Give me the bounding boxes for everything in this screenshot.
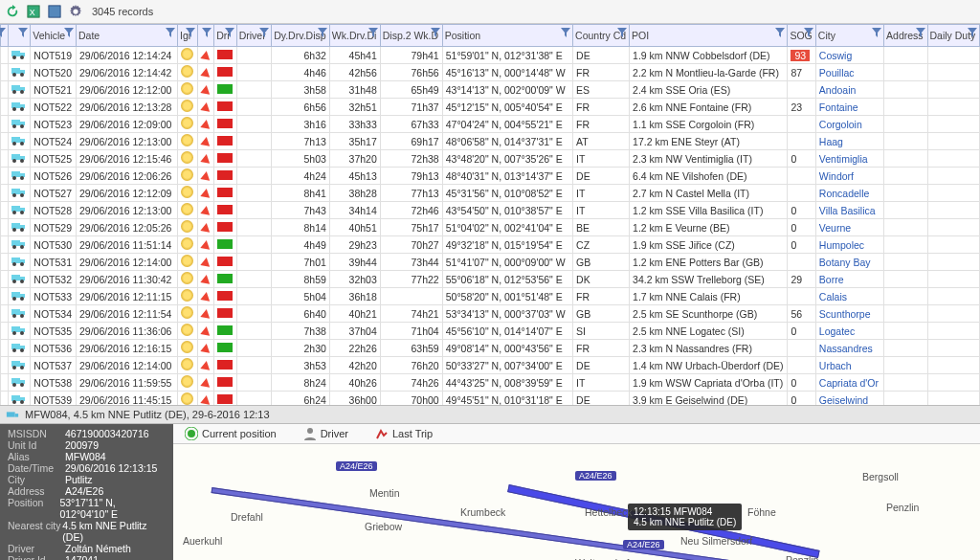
vehicle-id: NOT537 <box>31 357 77 374</box>
ignition <box>177 288 197 305</box>
filter-icon[interactable] <box>0 28 6 39</box>
ignition <box>177 219 197 236</box>
svg-point-82 <box>12 383 16 387</box>
poi: 1.9 km SSE Jiřice (CZ) <box>630 236 788 254</box>
filter-icon[interactable] <box>431 28 440 39</box>
table-row[interactable]: NOT53829/06/2016 11:59:558h2440h2674h264… <box>1 374 980 392</box>
filter-icon[interactable] <box>775 28 785 39</box>
col-Position[interactable]: Position <box>442 25 572 47</box>
filter-icon[interactable] <box>804 28 813 39</box>
svg-rect-100 <box>7 412 15 416</box>
col-Disp.2 Wk.D[interactable]: Disp.2 Wk.D <box>380 25 442 47</box>
filter-icon[interactable] <box>968 28 977 39</box>
table-row[interactable]: NOT53929/06/2016 11:45:156h2436h0070h004… <box>1 392 980 406</box>
table-row[interactable]: NOT52329/06/2016 12:09:003h1633h3367h334… <box>1 116 980 133</box>
table-row[interactable]: NOT52529/06/2016 12:15:465h0337h2072h384… <box>1 150 980 168</box>
col-Wk.Drv.Di[interactable]: Wk.Drv.Di <box>329 25 380 47</box>
filter-icon[interactable] <box>166 28 175 39</box>
ignition-icon <box>181 134 193 146</box>
svg-point-35 <box>20 176 24 180</box>
truck-icon <box>9 288 31 305</box>
address <box>884 185 927 202</box>
date: 29/06/2016 12:16:15 <box>77 340 178 357</box>
table-row[interactable]: NOT53729/06/2016 12:14:003h5342h2076h205… <box>1 357 980 374</box>
settings-icon[interactable] <box>67 3 84 20</box>
dy-drv: 6h56 <box>272 99 330 116</box>
col-icon0[interactable] <box>1 25 9 47</box>
table-row[interactable]: NOT52929/06/2016 12:05:268h1440h5175h175… <box>1 219 980 236</box>
table-row[interactable]: NOT53529/06/2016 11:36:067h3837h0471h044… <box>1 323 980 340</box>
address <box>884 254 927 271</box>
col-POI[interactable]: POI <box>630 25 788 47</box>
table-row[interactable]: NOT53329/06/2016 12:11:155h0436h1850°58'… <box>1 288 980 305</box>
export-csv-icon[interactable] <box>46 3 63 20</box>
kv-row: Nearest city4.5 km NNE Putlitz (DE) <box>8 520 166 543</box>
col-SOG[interactable]: SOG <box>788 25 815 47</box>
filter-icon[interactable] <box>368 28 378 39</box>
table-row[interactable]: NOT53429/06/2016 12:11:546h4040h2174h215… <box>1 305 980 323</box>
col-Dy.Drv.Disp[interactable]: Dy.Drv.Disp <box>272 25 330 47</box>
poi: 1.2 km E Veurne (BE) <box>630 219 788 236</box>
filter-icon[interactable] <box>872 28 881 39</box>
col-Driver[interactable]: Driver <box>236 25 271 47</box>
table-row[interactable]: NOT53029/06/2016 11:51:144h4929h2370h274… <box>1 236 980 254</box>
table-row[interactable]: NOT53129/06/2016 12:14:007h0139h4473h445… <box>1 254 980 271</box>
table-row[interactable]: NOT52129/06/2016 12:12:003h5831h4865h494… <box>1 81 980 99</box>
col-Daily Duty[interactable]: Daily Duty <box>927 25 979 47</box>
filter-icon[interactable] <box>561 28 570 39</box>
date: 29/06/2016 12:15:46 <box>77 150 178 168</box>
filter-icon[interactable] <box>318 28 327 39</box>
filter-icon[interactable] <box>186 28 195 39</box>
table-row[interactable]: NOT52029/06/2016 12:14:424h4642h5676h564… <box>1 64 980 81</box>
filter-icon[interactable] <box>18 28 28 39</box>
map-city-label: Krumbeck <box>460 506 505 518</box>
tab-driver[interactable]: Driver <box>301 426 350 441</box>
svg-rect-28 <box>11 154 20 160</box>
export-xls-icon[interactable]: X <box>25 3 42 20</box>
table-row[interactable]: NOT52829/06/2016 12:13:007h4334h1472h464… <box>1 202 980 219</box>
driver-status <box>214 150 236 168</box>
col-Vehicle[interactable]: Vehicle <box>31 25 77 47</box>
driver-status <box>214 392 236 406</box>
table-row[interactable]: NOT52629/06/2016 12:06:264h2445h1379h134… <box>1 168 980 185</box>
daily-duty <box>927 271 979 288</box>
col-icon5[interactable] <box>197 25 213 47</box>
daily-duty <box>927 99 979 116</box>
filter-icon[interactable] <box>202 28 212 39</box>
col-Date[interactable]: Date <box>77 25 178 47</box>
sog <box>788 116 815 133</box>
table-row[interactable]: NOT53629/06/2016 12:16:152h3022h2663h594… <box>1 340 980 357</box>
col-Address[interactable]: Address <box>884 25 927 47</box>
table-row[interactable]: NOT52229/06/2016 12:13:286h5632h5171h374… <box>1 99 980 116</box>
ignition <box>177 305 197 323</box>
filter-icon[interactable] <box>64 28 74 39</box>
position: 51°59'01" N, 012°31'38" E <box>442 47 572 64</box>
table-row[interactable]: NOT52729/06/2016 12:12:098h4138h2877h134… <box>1 185 980 202</box>
filter-icon[interactable] <box>617 28 627 39</box>
date: 29/06/2016 11:59:55 <box>77 374 178 392</box>
col-icon1[interactable] <box>9 25 31 47</box>
refresh-icon[interactable] <box>4 3 21 20</box>
filter-icon[interactable] <box>225 28 234 39</box>
daily-duty <box>927 202 979 219</box>
table-row[interactable]: NOT53229/06/2016 11:30:428h5932h0377h225… <box>1 271 980 288</box>
driver-status <box>214 254 236 271</box>
address <box>884 323 927 340</box>
table-row[interactable]: NOT52429/06/2016 12:13:007h1335h1769h174… <box>1 133 980 150</box>
daily-duty <box>927 357 979 374</box>
col-Dri[interactable]: Dri <box>214 25 236 47</box>
col-Country Cd[interactable]: Country Cd <box>573 25 630 47</box>
col-Igi[interactable]: Igi <box>177 25 197 47</box>
tab-current-position[interactable]: Current position <box>183 426 278 441</box>
ignition <box>177 323 197 340</box>
wk-drv: 45h13 <box>329 168 380 185</box>
svg-point-42 <box>12 211 16 214</box>
tab-last-trip[interactable]: Last Trip <box>373 426 434 441</box>
filter-icon[interactable] <box>259 28 269 39</box>
col-City[interactable]: City <box>815 25 883 47</box>
truck-icon <box>9 392 31 406</box>
table-row[interactable]: NOT51929/06/2016 12:14:246h3245h4179h415… <box>1 47 980 64</box>
map[interactable]: A24/E26 A24/E26 A24/E26 12:13:15 MFW084 … <box>173 444 980 560</box>
filter-icon[interactable] <box>916 28 925 39</box>
date: 29/06/2016 12:14:42 <box>77 64 178 81</box>
